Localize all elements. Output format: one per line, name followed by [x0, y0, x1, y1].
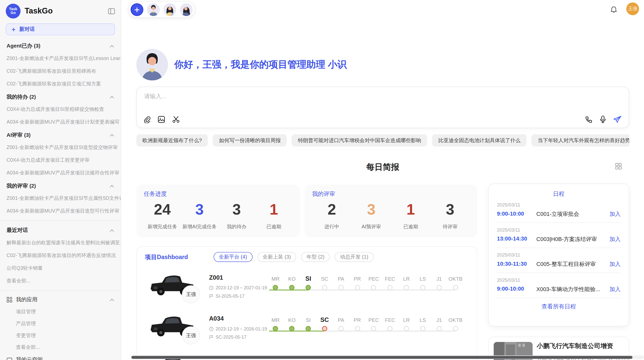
section-header-agent-done[interactable]: Agent已办 (3): [0, 39, 121, 52]
milestone-label: FEC: [385, 273, 395, 282]
sidebar-item[interactable]: A034-全新新能源MUV产品开发项目造型可行性评审: [0, 205, 121, 218]
sidebar-section-my-review: 我的评审 (2) Z001-全新燃油轻卡产品开发项目SI节点属性5D文件评审 A…: [0, 179, 121, 218]
section-header-my-todo[interactable]: 我的待办 (2): [0, 90, 121, 103]
app-item-view-all[interactable]: 查看全部...: [0, 341, 121, 353]
agent-avatar-1[interactable]: [147, 3, 160, 16]
sidebar-item[interactable]: Z001-全新燃油轻卡产品开发项目SI造型提交物评审: [0, 141, 121, 154]
recent-chat-item[interactable]: 解释最新出台的欧盟报废车法规再生塑料比例被调至15%...: [0, 236, 121, 249]
image-icon[interactable]: [158, 116, 165, 123]
recent-view-all[interactable]: 查看全部...: [0, 275, 121, 287]
clock-icon: [209, 286, 214, 290]
add-conversation-button[interactable]: ＋: [130, 3, 143, 16]
join-link[interactable]: 加入: [609, 236, 621, 243]
project-date-range: 2023-12-19 ~ 2026-01-19: [209, 326, 267, 331]
milestone-label: KO: [288, 273, 296, 282]
project-row[interactable]: 王强 A034 2023-12-19 ~ 2026-01-19 SC-2025-…: [137, 312, 477, 353]
schedule-card: 日程 2025/03/11 9:00-10:00 C001-立项审批会 加入 2…: [488, 184, 629, 326]
recent-chat-item[interactable]: C02-飞腾新能源轻客改款项目的闭环通告反馈情况: [0, 249, 121, 262]
schedule-entry: 2025/03/11 9:00-10:00 C001-立项审批会 加入: [497, 198, 621, 223]
entry-time: 10:30-11:30: [497, 261, 527, 267]
sidebar-item-cloud-space[interactable]: 我的云空间: [0, 353, 121, 360]
project-dashboard-card: 项目Dashboard 全新平台 (4) 全新上装 (3) 年型 (2) 动总开…: [136, 246, 477, 360]
sidebar-item[interactable]: Z001-全新燃油轻卡产品开发项目SI节点属性5D文件评审: [0, 192, 121, 205]
milestone-dot: [322, 326, 327, 331]
app-item-change-mgmt[interactable]: 变更管理: [0, 330, 121, 342]
task-progress-card: 任务进度 24新增完成任务 3新增AI完成任务 3我的待办 1已逾期: [136, 185, 300, 237]
milestone-dot: [338, 285, 344, 290]
join-link[interactable]: 加入: [609, 261, 621, 268]
dashboard-title: 项目Dashboard: [145, 253, 188, 261]
join-link[interactable]: 加入: [609, 211, 621, 218]
daily-briefing-title: 每日简报: [366, 162, 399, 172]
sidebar-item[interactable]: C02-飞腾新能源轻客改款项目立项汇报方案: [0, 78, 121, 90]
schedule-entry: 2025/03/11 10:30-11:30 C005-整车工程目标评审 加入: [497, 248, 621, 273]
clock-icon: [209, 326, 214, 331]
suggestion-chip[interactable]: 当下年轻人对汽车外观有怎样的喜好趋势: [532, 134, 629, 146]
my-review-card: 我的评审 2进行中 3AI预评审 1已逾期 3待评审: [305, 185, 477, 237]
sidebar-section-agent-done: Agent已办 (3) Z001-全新燃油皮卡产品开发项目SI节点Lesson …: [0, 39, 121, 90]
sidebar-item[interactable]: C02-飞腾新能源轻客改款项目里程碑画布: [0, 65, 121, 78]
collapse-sidebar-icon[interactable]: [108, 8, 115, 14]
milestone-dot: [404, 326, 409, 331]
milestone-label: J1: [436, 314, 442, 323]
chat-input[interactable]: [143, 92, 595, 111]
chevron-up-icon: [110, 185, 114, 187]
notification-bell-icon[interactable]: [610, 5, 617, 12]
view-all-schedule-link[interactable]: 查看所有日程: [489, 298, 629, 310]
section-header-recent[interactable]: 最近对话: [0, 224, 121, 236]
entry-title: X003-车辆动力学性能验...: [536, 286, 600, 293]
sidebar-item[interactable]: C0X4-动力总成开发项目SI里程碑提交物检查: [0, 103, 121, 116]
tab-year-model[interactable]: 年型 (2): [301, 252, 330, 262]
suggestion-chips: 欧洲新规最近颁布了什么? 如何写一份清晰的项目周报 特朗普可能对进口汽车增税会对…: [136, 134, 629, 146]
agent-avatar-3[interactable]: [180, 3, 193, 16]
tab-all-new-platform[interactable]: 全新平台 (4): [213, 252, 252, 262]
agent-avatar-2[interactable]: [164, 3, 176, 16]
milestone-dot: [305, 326, 311, 331]
layout-grid-icon[interactable]: [615, 163, 622, 170]
join-link[interactable]: 加入: [609, 286, 621, 293]
section-header-my-review[interactable]: 我的评审 (2): [0, 179, 121, 192]
project-row[interactable]: 王强 Z001 2023-12-19 ~ 2027-01-19 SI-2025-…: [137, 271, 477, 311]
sidebar-section-ai-review: AI评审 (3) Z001-全新燃油轻卡产品开发项目SI造型提交物评审 C0X4…: [0, 128, 121, 179]
entry-date: 2025/03/11: [497, 228, 621, 232]
sidebar-item[interactable]: Z001-全新燃油皮卡产品开发项目SI节点Lesson Learn报告: [0, 52, 121, 65]
sidebar-item-my-apps[interactable]: 我的应用: [0, 294, 121, 306]
milestone-label: LS: [420, 273, 426, 282]
section-header-ai-review[interactable]: AI评审 (3): [0, 128, 121, 141]
scrollbar-thumb[interactable]: [131, 356, 633, 359]
taskgo-logo: Task Go: [6, 4, 21, 19]
assistant-avatar: [136, 49, 168, 80]
microphone-icon[interactable]: [599, 115, 606, 123]
new-chat-button[interactable]: ＋ 新对话: [6, 23, 115, 35]
suggestion-chip[interactable]: 特朗普可能对进口汽车增税会对中国车企造成哪些影响: [292, 134, 427, 146]
milestone-dot: [289, 285, 295, 290]
milestone-label: MR: [272, 314, 280, 323]
briefing-stats-row: 任务进度 24新增完成任务 3新增AI完成任务 3我的待办 1已逾期 我的评审 …: [136, 185, 477, 237]
sidebar-item[interactable]: A034-全新新能源MUV产品开发项目计划变更表编写: [0, 116, 121, 128]
tab-new-body[interactable]: 全新上装 (3): [257, 252, 296, 262]
project-code: Z001: [209, 274, 223, 281]
suggestion-chip[interactable]: 比亚迪全固态电池计划具体说了什么: [432, 134, 526, 146]
plus-icon: ＋: [11, 26, 17, 33]
milestone: J1: [431, 314, 447, 331]
milestone-dot: [420, 285, 426, 290]
app-item-product-mgmt[interactable]: 产品管理: [0, 318, 121, 330]
chevron-up-icon: [110, 134, 114, 137]
suggestion-chip[interactable]: 如何写一份清晰的项目周报: [213, 134, 287, 146]
milestone: LR: [398, 314, 415, 331]
milestone: PR: [349, 314, 365, 331]
milestone-label: PR: [354, 273, 361, 282]
dashboard-header: 项目Dashboard 全新平台 (4) 全新上装 (3) 年型 (2) 动总开…: [137, 247, 477, 265]
phone-call-icon[interactable]: [585, 116, 593, 123]
user-avatar[interactable]: 王强: [626, 3, 639, 15]
suggestion-chip[interactable]: 欧洲新规最近颁布了什么?: [136, 134, 208, 146]
sidebar-item[interactable]: C0X4-动力总成开发项目工程变更评审: [0, 154, 121, 167]
tab-powertrain[interactable]: 动总开发 (1): [335, 252, 374, 262]
send-icon[interactable]: [613, 116, 621, 123]
sidebar-item[interactable]: A034-全新新能源MUV产品开发项目法规符合性评审: [0, 167, 121, 179]
scissors-icon[interactable]: [172, 116, 180, 123]
entry-time: 13:00-14:30: [497, 236, 527, 242]
paperclip-icon[interactable]: [143, 116, 151, 123]
recent-chat-item[interactable]: 公司Q3轻卡销量: [0, 262, 121, 275]
app-item-project-mgmt[interactable]: 项目管理: [0, 306, 121, 318]
